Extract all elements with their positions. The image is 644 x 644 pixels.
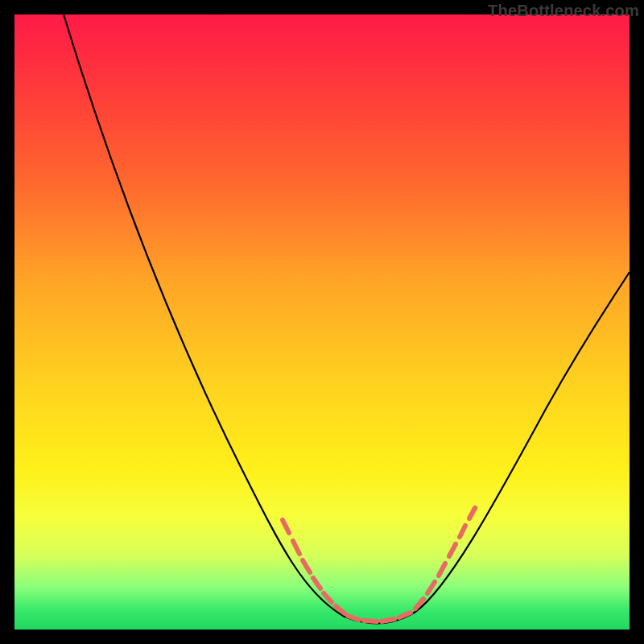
dash-seg [427, 582, 435, 593]
dash-seg [293, 541, 299, 554]
dash-seg [303, 560, 310, 572]
valley-highlight-bottom [348, 613, 411, 621]
dash-seg [439, 564, 445, 576]
watermark-text: TheBottleneck.com [488, 2, 639, 20]
dash-seg [382, 619, 394, 621]
dash-seg [469, 508, 475, 518]
dash-seg [313, 578, 320, 588]
dash-seg [324, 593, 332, 602]
dash-seg [460, 526, 465, 537]
chart-frame [14, 14, 630, 630]
valley-highlight-right [415, 508, 475, 609]
dash-seg [399, 613, 411, 617]
bottleneck-curve [64, 14, 630, 623]
curve-layer [14, 14, 630, 630]
valley-highlight-left [283, 520, 345, 613]
dash-seg [283, 520, 289, 533]
dash-seg [364, 621, 377, 621]
dash-seg [449, 544, 456, 556]
